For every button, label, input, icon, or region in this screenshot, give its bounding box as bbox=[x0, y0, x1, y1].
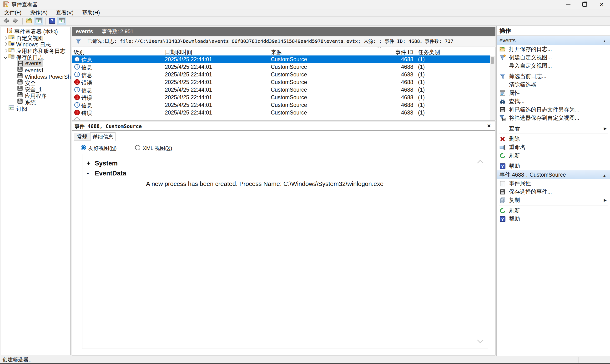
toolbar-separator bbox=[22, 18, 23, 25]
tab-general[interactable]: 常规 bbox=[74, 133, 90, 141]
action-item[interactable]: 刷新 bbox=[497, 151, 610, 160]
chevron-down-icon[interactable] bbox=[4, 55, 8, 59]
action-item[interactable]: ?帮助 bbox=[497, 162, 610, 170]
action-group-header-2[interactable]: 事件 4688，CustomSource▲ bbox=[497, 170, 610, 179]
collapse-icon[interactable]: ▲ bbox=[603, 173, 606, 177]
close-icon: × bbox=[599, 1, 604, 8]
action-item[interactable]: 打开保存的日志... bbox=[497, 45, 610, 53]
xml-view-radio[interactable] bbox=[135, 145, 140, 150]
action-item[interactable]: 查找... bbox=[497, 97, 610, 105]
action-item[interactable]: 事件属性 bbox=[497, 179, 610, 188]
event-row[interactable]: 信息2025/4/25 22:44:01CustomSource4688(1) bbox=[72, 71, 490, 78]
action-item[interactable]: 将筛选器保存到自定义视图... bbox=[497, 114, 610, 122]
scrollbar-thumb[interactable] bbox=[491, 57, 494, 64]
detail-close-icon[interactable]: × bbox=[487, 122, 491, 129]
event-row[interactable]: 信息2025/4/25 22:44:01CustomSource4688(1) bbox=[72, 55, 490, 63]
column-separator[interactable] bbox=[269, 47, 269, 55]
system-node[interactable]: +System bbox=[87, 160, 118, 167]
action-pane-icon bbox=[58, 17, 65, 25]
chevron-right-icon[interactable] bbox=[4, 36, 8, 40]
menu-item-a[interactable]: 操作(A) bbox=[26, 9, 52, 16]
info-icon bbox=[74, 64, 80, 70]
menu-item-v[interactable]: 查看(V) bbox=[52, 9, 78, 16]
cell-event-id: 4688 bbox=[366, 109, 413, 116]
action-item[interactable]: ?帮助 bbox=[497, 215, 610, 223]
column-separator[interactable] bbox=[163, 47, 163, 55]
eventdata-node[interactable]: -EventData bbox=[87, 170, 126, 177]
action-item[interactable]: 刷新 bbox=[497, 206, 610, 215]
cell-task-category: (1) bbox=[418, 71, 425, 78]
action-item-label: 将已筛选的日志文件另存为... bbox=[509, 106, 579, 113]
show-console-tree-button[interactable] bbox=[34, 17, 43, 25]
action-item[interactable]: 筛选当前日志... bbox=[497, 72, 610, 80]
friendly-view-radio[interactable] bbox=[81, 145, 86, 150]
cell-datetime: 2025/4/25 22:44:01 bbox=[165, 102, 212, 108]
column-header-1[interactable]: 级别 bbox=[74, 49, 85, 56]
forward-button[interactable] bbox=[11, 17, 20, 25]
event-count: 事件数: 2,951 bbox=[102, 28, 133, 35]
close-button[interactable]: × bbox=[594, 0, 610, 9]
action-item[interactable]: 创建自定义视图... bbox=[497, 53, 610, 62]
column-header-4[interactable]: 事件 ID bbox=[366, 49, 413, 56]
tree-item-订阅[interactable]: 订阅 bbox=[1, 105, 70, 112]
cell-task-category: (1) bbox=[418, 109, 425, 116]
cell-task-category: (1) bbox=[418, 56, 425, 63]
column-header-3[interactable]: 来源 bbox=[271, 49, 282, 56]
list-scrollbar[interactable] bbox=[490, 56, 495, 120]
minimize-button[interactable] bbox=[560, 0, 576, 9]
show-action-pane-button[interactable] bbox=[57, 17, 66, 25]
event-row[interactable]: 信息2025/4/25 22:44:01CustomSource4688(1) bbox=[72, 86, 490, 93]
event-row[interactable]: 信息2025/4/25 22:44:01CustomSource4688(1) bbox=[72, 101, 490, 109]
action-item-label: 查找... bbox=[509, 98, 525, 105]
event-row-partial[interactable] bbox=[72, 117, 490, 120]
action-item-label: 刷新 bbox=[509, 152, 520, 159]
event-row[interactable]: 错误2025/4/25 22:44:01CustomSource4688(1) bbox=[72, 78, 490, 86]
restore-button[interactable] bbox=[577, 0, 592, 9]
status-bar: 创建筛选器。 bbox=[0, 356, 610, 364]
cell-level: 错误 bbox=[81, 109, 92, 117]
action-item[interactable]: 清除筛选器 bbox=[497, 80, 610, 89]
action-item[interactable]: 属性 bbox=[497, 89, 610, 97]
cell-source: CustomSource bbox=[271, 79, 307, 85]
column-separator[interactable] bbox=[415, 47, 415, 55]
action-item[interactable]: 删除 bbox=[497, 135, 610, 143]
scroll-up-icon[interactable] bbox=[477, 160, 484, 166]
menu-item-h[interactable]: 帮助(H) bbox=[78, 9, 104, 16]
action-group-header-1[interactable]: events▲ bbox=[497, 36, 610, 45]
action-item[interactable]: 复制▶ bbox=[497, 196, 610, 204]
back-button[interactable] bbox=[1, 17, 11, 25]
event-row[interactable]: 错误2025/4/25 22:44:01CustomSource4688(1) bbox=[72, 109, 490, 117]
action-item[interactable]: 查看▶ bbox=[497, 124, 610, 133]
open-saved-log-button[interactable] bbox=[25, 17, 34, 25]
cell-level: 信息 bbox=[81, 64, 92, 71]
column-header-2[interactable]: 日期和时间 bbox=[165, 49, 192, 56]
column-header-5[interactable]: 任务类别 bbox=[418, 49, 440, 56]
cell-datetime: 2025/4/25 22:44:01 bbox=[165, 87, 212, 93]
icon-placeholder bbox=[500, 63, 506, 69]
tree-item-windows-powershell[interactable]: Windows PowerShell bbox=[1, 73, 70, 79]
scroll-down-icon[interactable] bbox=[477, 337, 484, 343]
tab-details[interactable]: 详细信息 bbox=[90, 132, 116, 141]
tree-item-events[interactable]: events bbox=[1, 60, 70, 67]
action-item-label: 打开保存的日志... bbox=[509, 45, 552, 53]
action-item[interactable]: 重命名 bbox=[497, 143, 610, 151]
event-row[interactable]: 信息2025/4/25 22:44:01CustomSource4688(1) bbox=[72, 63, 490, 71]
menu-item-f[interactable]: 文件(F) bbox=[0, 9, 26, 16]
filter-description: 已筛选:日志: file://C:\Users\13483\Downloads\… bbox=[87, 38, 453, 44]
tree-item-应用程序[interactable]: 应用程序 bbox=[1, 92, 70, 99]
event-row[interactable]: 错误2025/4/25 22:44:01CustomSource4688(1) bbox=[72, 93, 490, 101]
action-item[interactable]: 保存选择的事件... bbox=[497, 188, 610, 196]
tree-item-保存的日志[interactable]: 保存的日志 bbox=[1, 54, 70, 60]
tree-item-events1[interactable]: events1 bbox=[1, 67, 70, 73]
friendly-view: +System -EventData A new process has bee… bbox=[82, 154, 488, 349]
cell-task-category: (1) bbox=[418, 64, 425, 70]
chevron-right-icon[interactable] bbox=[4, 42, 8, 46]
action-separator bbox=[499, 123, 608, 123]
action-item[interactable]: 导入自定义视图... bbox=[497, 62, 610, 70]
column-separator[interactable] bbox=[345, 47, 345, 55]
chevron-right-icon[interactable] bbox=[4, 49, 8, 52]
help-button[interactable]: ? bbox=[48, 17, 57, 25]
collapse-icon[interactable]: ▲ bbox=[603, 39, 606, 43]
action-item[interactable]: 将已筛选的日志文件另存为... bbox=[497, 105, 610, 114]
actions-pane-title: 操作 bbox=[497, 26, 610, 36]
